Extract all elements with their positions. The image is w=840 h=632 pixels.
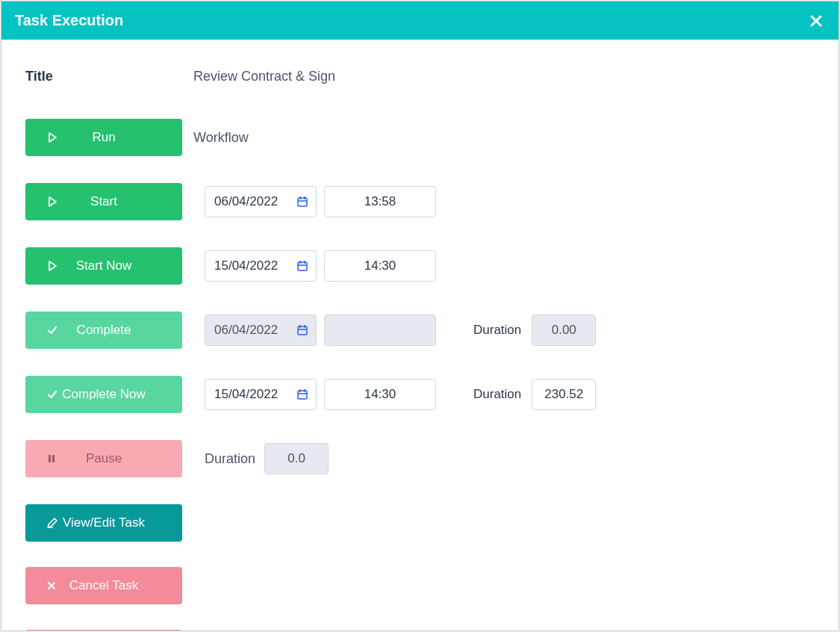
svg-rect-2: [298, 326, 307, 335]
complete-now-row: Complete Now 15/04/2022 14:30 Duration 2…: [25, 376, 815, 413]
complete-date-input[interactable]: 06/04/2022: [205, 315, 317, 346]
view-edit-task-label: View/Edit Task: [63, 515, 145, 530]
start-now-row: Start Now 15/04/2022 14:30: [25, 247, 815, 285]
view-edit-task-button[interactable]: View/Edit Task: [25, 504, 182, 542]
start-time-value: 13:58: [364, 194, 396, 209]
close-icon: [46, 580, 57, 591]
svg-rect-3: [298, 391, 307, 399]
start-now-date-value: 15/04/2022: [214, 258, 278, 273]
pause-duration-input[interactable]: 0.0: [264, 443, 329, 474]
duration-label: Duration: [473, 387, 521, 402]
cancel-row: Cancel Task: [25, 567, 815, 604]
start-now-button-label: Start Now: [76, 258, 132, 273]
view-edit-row: View/Edit Task: [25, 504, 815, 542]
calendar-icon: [296, 260, 308, 272]
svg-rect-0: [298, 198, 307, 206]
duration-label: Duration: [205, 451, 255, 467]
complete-button-label: Complete: [77, 323, 131, 338]
complete-now-date-value: 15/04/2022: [214, 387, 278, 402]
start-time-input[interactable]: 13:58: [324, 186, 436, 217]
svg-rect-5: [52, 455, 55, 462]
start-date-input[interactable]: 06/04/2022: [205, 186, 317, 217]
run-button[interactable]: Run: [25, 119, 182, 156]
workflow-label: Workflow: [193, 130, 249, 146]
complete-duration-value: 0.00: [552, 323, 576, 338]
title-value: Review Contract & Sign: [193, 69, 335, 84]
start-now-date-input[interactable]: 15/04/2022: [205, 250, 317, 282]
start-date-value: 06/04/2022: [214, 194, 278, 209]
svg-rect-4: [49, 455, 51, 462]
svg-rect-1: [298, 262, 307, 270]
complete-now-button-label: Complete Now: [62, 387, 146, 402]
title-row: Title Review Contract & Sign: [25, 61, 815, 92]
complete-now-button[interactable]: Complete Now: [25, 376, 182, 413]
pause-row: Pause Duration 0.0: [25, 440, 815, 477]
pause-button-label: Pause: [86, 451, 122, 466]
complete-now-time-value: 14:30: [364, 387, 396, 402]
edit-icon: [46, 517, 58, 529]
complete-date-value: 06/04/2022: [214, 323, 278, 338]
task-execution-modal: Task Execution Title Review Contract & S…: [1, 1, 839, 631]
play-icon: [46, 131, 58, 143]
check-icon: [46, 388, 58, 400]
play-icon: [46, 260, 58, 272]
modal-header: Task Execution: [1, 1, 839, 40]
cancel-task-label: Cancel Task: [69, 578, 138, 593]
start-now-time-value: 14:30: [364, 258, 396, 273]
modal-body: Title Review Contract & Sign Run Workflo…: [1, 40, 839, 631]
complete-duration-input[interactable]: 0.00: [532, 315, 596, 346]
modal-title: Task Execution: [15, 12, 123, 29]
run-button-label: Run: [92, 130, 115, 145]
complete-now-duration-input[interactable]: 230.52: [532, 379, 596, 410]
cancel-task-button[interactable]: Cancel Task: [25, 567, 182, 604]
complete-now-time-input[interactable]: 14:30: [324, 379, 436, 410]
calendar-icon: [296, 324, 308, 336]
complete-row: Complete 06/04/2022 Duration 0.00: [25, 312, 815, 349]
pause-duration-value: 0.0: [287, 451, 305, 466]
start-row: Start 06/04/2022 13:58: [25, 183, 815, 220]
close-button[interactable]: [807, 15, 825, 27]
complete-time-input[interactable]: [324, 315, 436, 346]
start-now-button[interactable]: Start Now: [25, 247, 182, 285]
calendar-icon: [296, 388, 308, 400]
start-now-time-input[interactable]: 14:30: [324, 250, 436, 282]
calendar-icon: [296, 196, 308, 208]
pause-icon: [46, 453, 57, 464]
check-icon: [46, 324, 58, 336]
delete-row: Delete Task: [25, 630, 815, 631]
start-button-label: Start: [90, 194, 117, 209]
title-label: Title: [25, 69, 53, 84]
play-icon: [46, 196, 58, 208]
complete-button[interactable]: Complete: [25, 312, 182, 349]
start-button[interactable]: Start: [25, 183, 182, 220]
pause-button[interactable]: Pause: [25, 440, 182, 477]
complete-now-duration-value: 230.52: [544, 387, 583, 402]
delete-task-button[interactable]: Delete Task: [25, 630, 182, 631]
run-row: Run Workflow: [25, 119, 815, 156]
complete-now-date-input[interactable]: 15/04/2022: [205, 379, 317, 410]
close-icon: [810, 15, 822, 27]
duration-label: Duration: [473, 323, 521, 338]
